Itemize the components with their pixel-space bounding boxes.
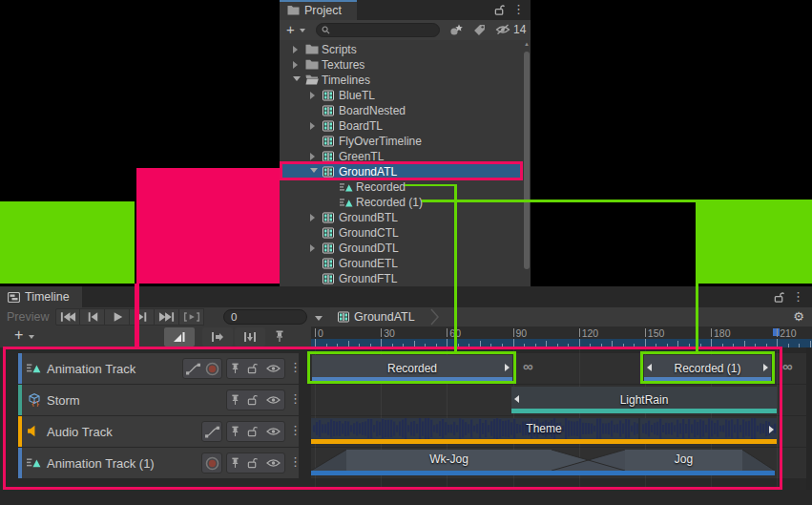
- tab-timeline[interactable]: Timeline: [0, 286, 82, 307]
- timeline-trackbar: +: [0, 326, 311, 347]
- go-to-start-button[interactable]: [55, 308, 80, 326]
- ruler-label: 90: [516, 327, 528, 339]
- breadcrumb-label: GroundATL: [354, 310, 415, 324]
- tree-item-label: BlueTL: [339, 89, 375, 102]
- hidden-count-toggle[interactable]: 14: [495, 23, 526, 36]
- breadcrumb: GroundATL ⚙: [330, 307, 812, 326]
- timeline-icon: [323, 105, 336, 116]
- ruler-major-line: [381, 328, 382, 337]
- frame-field-dropdown-arrow[interactable]: [315, 316, 323, 321]
- expand-arrow-icon[interactable]: [310, 244, 315, 252]
- ruler-tick: [810, 341, 811, 347]
- folder-open-icon: [305, 74, 319, 86]
- time-ruler[interactable]: 0306090120150180210: [311, 326, 812, 347]
- timeline-icon: [323, 136, 336, 147]
- project-scrollbar-thumb[interactable]: [524, 52, 530, 269]
- ruler-label: 150: [648, 327, 665, 339]
- tree-item-label: Timelines: [322, 74, 370, 87]
- tree-item-boardtl[interactable]: BoardTL: [280, 118, 523, 134]
- eye-slash-icon: [495, 24, 511, 35]
- animclip-icon: [340, 197, 353, 208]
- expand-arrow-icon[interactable]: [293, 61, 298, 69]
- project-scrollbar[interactable]: ▲: [523, 40, 531, 286]
- ruler-label: 210: [780, 327, 797, 339]
- tree-item-label: BoardNested: [339, 104, 406, 117]
- expand-arrow-icon[interactable]: [310, 122, 315, 130]
- kebab-menu-icon[interactable]: ⋮: [512, 2, 525, 17]
- timeline-icon: [323, 212, 336, 223]
- timeline-tabbar: Timeline ⋮: [0, 286, 812, 307]
- tree-item-groundftl[interactable]: GroundFTL: [280, 271, 523, 286]
- go-to-end-button[interactable]: [155, 308, 179, 326]
- ruler-major-line: [711, 328, 712, 337]
- expand-arrow-icon[interactable]: [293, 46, 298, 53]
- previous-frame-button[interactable]: [80, 308, 105, 326]
- tree-item-recorded-1[interactable]: Recorded (1): [280, 195, 523, 210]
- annotation-green-line-recorded1-h: [422, 200, 812, 202]
- tree-item-textures[interactable]: Textures: [280, 57, 523, 73]
- mix-mode-button[interactable]: [164, 327, 195, 347]
- play-button[interactable]: [105, 308, 130, 326]
- kebab-menu-icon[interactable]: ⋮: [792, 289, 804, 305]
- tab-project[interactable]: Project: [280, 0, 357, 20]
- add-track-dropdown-arrow[interactable]: [29, 335, 34, 339]
- scroll-up-icon[interactable]: ▲: [524, 41, 530, 47]
- next-frame-button[interactable]: [130, 308, 155, 326]
- breadcrumb-item-groundatl[interactable]: GroundATL: [338, 309, 415, 325]
- expand-arrow-icon[interactable]: [310, 153, 315, 160]
- tree-item-groundbtl[interactable]: GroundBTL: [280, 210, 523, 225]
- unlock-icon[interactable]: [774, 291, 784, 304]
- timeline-icon: [8, 292, 20, 303]
- tab-timeline-label: Timeline: [25, 290, 70, 304]
- gear-icon[interactable]: ⚙: [793, 309, 804, 324]
- search-input[interactable]: [316, 23, 440, 37]
- tree-item-groundctl[interactable]: GroundCTL: [280, 225, 523, 241]
- breadcrumb-chevron-icon: [430, 308, 440, 326]
- filter-by-type-icon[interactable]: [449, 24, 464, 36]
- ruler-major-line: [579, 328, 580, 337]
- expand-arrow-icon[interactable]: [310, 214, 315, 221]
- annotation-green-rect-right: [697, 201, 812, 284]
- preview-toggle[interactable]: Preview: [7, 310, 49, 324]
- ruler-label: 180: [714, 327, 731, 339]
- marker-pin-toggle[interactable]: [275, 330, 284, 343]
- ripple-mode-button[interactable]: [202, 327, 233, 347]
- folder-icon: [287, 5, 300, 15]
- collapse-arrow-icon[interactable]: [293, 76, 301, 81]
- add-track-button[interactable]: +: [14, 326, 23, 344]
- timeline-asset-icon: [338, 311, 349, 323]
- unlock-icon[interactable]: [494, 4, 505, 16]
- expand-arrow-icon[interactable]: [310, 92, 315, 99]
- add-asset-button[interactable]: +: [286, 21, 295, 37]
- ruler-major-line: [645, 328, 646, 337]
- tree-item-label: GroundBTL: [339, 211, 398, 224]
- tree-item-groundetl[interactable]: GroundETL: [280, 256, 523, 271]
- play-range-button[interactable]: [179, 308, 204, 326]
- tree-item-label: Recorded: [356, 180, 406, 194]
- animclip-icon: [340, 181, 353, 193]
- tree-item-recorded[interactable]: Recorded: [280, 179, 523, 195]
- timeline-icon: [323, 90, 336, 101]
- tree-item-bluetl[interactable]: BlueTL: [280, 88, 523, 103]
- tree-item-flyovertimeline[interactable]: FlyOverTimeline: [280, 134, 523, 149]
- tree-item-timelines[interactable]: Timelines: [280, 73, 523, 88]
- ruler-major-line: [447, 328, 448, 337]
- tree-item-boardnested[interactable]: BoardNested: [280, 103, 523, 118]
- tree-item-grounddtl[interactable]: GroundDTL: [280, 241, 523, 256]
- ruler-major-line: [315, 328, 316, 337]
- annotation-pink-rect: [136, 168, 280, 284]
- annotation-green-line-recorded-h: [405, 184, 457, 186]
- infinity-icon: ∞: [782, 358, 793, 374]
- filter-by-label-icon[interactable]: [473, 24, 486, 36]
- ruler-major-line: [513, 328, 514, 337]
- ruler-label: 30: [384, 327, 395, 339]
- tree-item-label: GroundETL: [339, 257, 398, 270]
- add-asset-dropdown-arrow[interactable]: [300, 29, 305, 32]
- timeline-icon: [323, 227, 336, 239]
- hidden-count-label: 14: [513, 23, 526, 36]
- frame-field[interactable]: 0: [223, 309, 307, 325]
- timeline-icon: [323, 120, 336, 132]
- replace-mode-button[interactable]: [235, 327, 265, 347]
- tree-item-label: GroundDTL: [339, 242, 399, 255]
- tree-item-scripts[interactable]: Scripts: [280, 42, 523, 57]
